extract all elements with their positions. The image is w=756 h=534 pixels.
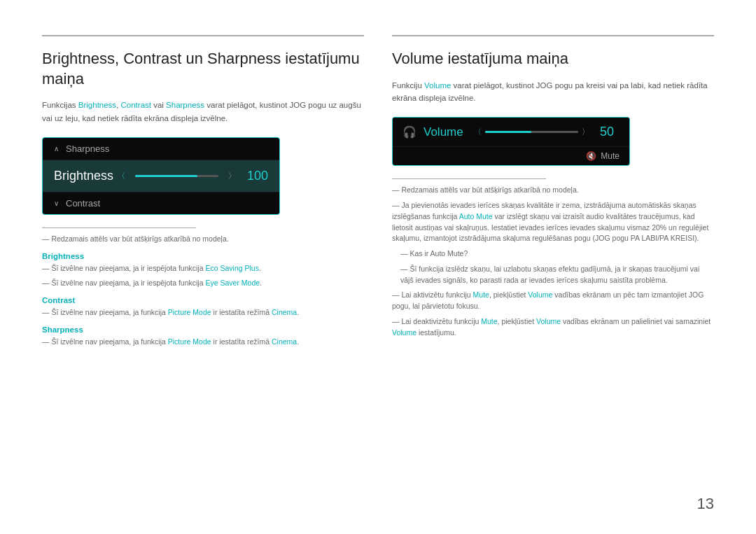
contrast-highlight: Contrast <box>121 101 151 109</box>
osd-item-brightness-active: Brightness 〈 〉 100 <box>43 160 279 192</box>
contrast-note1: Šī izvēlne nav pieejama, ja funkcija Pic… <box>42 307 364 318</box>
sharpness-cinema-highlight: Cinema <box>272 337 297 346</box>
mute-highlight2: Mute <box>481 317 497 325</box>
page-number: 13 <box>697 495 714 513</box>
arrow-right-icon: 〉 <box>228 171 236 181</box>
brightness-active-label: Brightness <box>54 169 113 183</box>
contrast-picture-highlight: Picture Mode <box>168 308 211 316</box>
brightness-slider-fill <box>135 175 197 177</box>
right-note1: Redzamais attēls var būt atšķirīgs atkar… <box>392 185 714 196</box>
contrast-cinema-highlight: Cinema <box>272 308 297 316</box>
osd-contrast-label: Contrast <box>66 198 100 209</box>
volume-slider-fill <box>485 131 532 133</box>
page-container: Brightness, Contrast un Sharpness iestat… <box>0 0 756 380</box>
brightness-value: 100 <box>247 169 268 183</box>
osd-item-sharpness: ∧ Sharpness <box>43 138 279 160</box>
sharpness-picture-highlight: Picture Mode <box>168 337 211 346</box>
volume-highlight2: Volume <box>536 317 561 325</box>
auto-mute-question-container: Kas ir Auto Mute? Šī funkcija izslēdz sk… <box>400 248 714 286</box>
mute-icon: 🔇 <box>586 151 596 161</box>
right-bullet1: Ja pievienotās ievades ierīces skaņas kv… <box>392 200 714 244</box>
volume-desc-highlight: Volume <box>424 81 451 90</box>
brightness-slider-track <box>135 175 218 177</box>
volume-label: Volume <box>424 125 463 139</box>
volume-value: 50 <box>600 125 620 139</box>
arrow-down-icon: ∨ <box>54 199 59 207</box>
right-title: Volume iestatījuma maiņa <box>392 49 714 69</box>
auto-mute-highlight1: Auto Mute <box>459 212 493 220</box>
brightness-highlight: Brightness <box>78 101 116 109</box>
brightness-subsection-title: Brightness <box>42 252 364 260</box>
volume-arrow-left-icon: 〈 <box>474 127 482 137</box>
contrast-subsection-title: Contrast <box>42 296 364 304</box>
volume-highlight3: Volume <box>392 328 416 337</box>
sharpness-subsection-title: Sharpness <box>42 325 364 334</box>
arrow-left-icon: 〈 <box>118 171 125 181</box>
right-bullet2: Lai aktivizētu funkciju Mute, piekļūstie… <box>392 290 714 312</box>
right-note-divider <box>392 178 546 179</box>
osd-item-contrast: ∨ Contrast <box>43 192 279 214</box>
arrow-up-icon: ∧ <box>54 145 59 153</box>
eye-saver-highlight: Eye Saver Mode <box>205 279 260 287</box>
brightness-note1: Šī izvēlne nav pieejama, ja ir iespējota… <box>42 263 364 274</box>
left-title: Brightness, Contrast un Sharpness iestat… <box>42 49 364 89</box>
right-description: Funkciju Volume varat pielāgot, kustinot… <box>392 79 714 105</box>
headphone-icon: 🎧 <box>402 125 416 139</box>
right-divider <box>392 35 714 36</box>
left-note1: Redzamais attēls var būt atšķirīgs atkar… <box>42 234 364 245</box>
volume-osd: 🎧 Volume 〈 〉 50 🔇 Mute <box>392 117 630 166</box>
sharpness-note1: Šī izvēlne nav pieejama, ja funkcija Pic… <box>42 337 364 348</box>
sharpness-highlight: Sharpness <box>166 101 204 109</box>
volume-slider-track <box>485 131 578 133</box>
right-section: Volume iestatījuma maiņa Funkciju Volume… <box>392 28 714 352</box>
left-description: Funkcijas Brightness, Contrast vai Sharp… <box>42 99 364 125</box>
brightness-note2: Šī izvēlne nav pieejama, ja ir iespējota… <box>42 278 364 289</box>
volume-arrow-right-icon: 〉 <box>582 127 589 137</box>
osd-sharpness-label: Sharpness <box>66 143 109 154</box>
auto-mute-answer: Šī funkcija izslēdz skaņu, lai uzlabotu … <box>400 264 714 286</box>
left-section: Brightness, Contrast un Sharpness iestat… <box>42 28 364 352</box>
left-note-divider <box>42 227 196 228</box>
right-bullet3: Lai deaktivizētu funkciju Mute, piekļūst… <box>392 316 714 339</box>
mute-label: Mute <box>601 151 620 161</box>
volume-main-row: 🎧 Volume 〈 〉 50 <box>393 118 629 146</box>
volume-highlight1: Volume <box>528 290 552 299</box>
auto-mute-question: Kas ir Auto Mute? <box>400 248 714 260</box>
volume-mute-row: 🔇 Mute <box>393 146 629 165</box>
osd-menu: ∧ Sharpness Brightness 〈 〉 100 ∨ Contras… <box>42 137 280 215</box>
mute-highlight1: Mute <box>473 290 489 299</box>
left-divider <box>42 35 364 36</box>
eco-saving-highlight: Eco Saving Plus <box>205 264 258 272</box>
